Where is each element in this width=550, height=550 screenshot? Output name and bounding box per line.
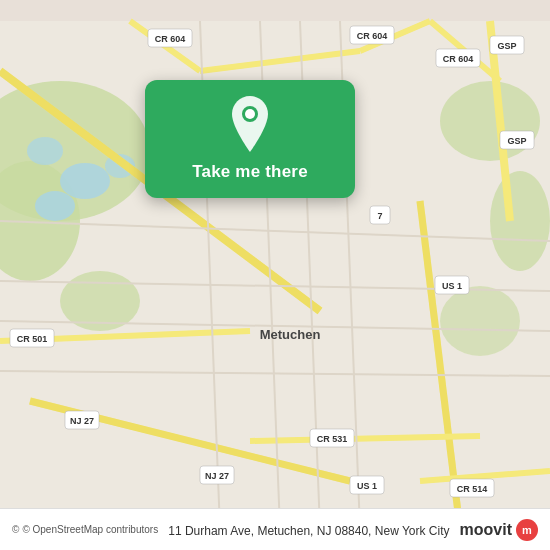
svg-text:CR 501: CR 501 — [17, 334, 48, 344]
copyright-symbol: © — [12, 524, 19, 535]
bottom-bar: © © OpenStreetMap contributors 11 Durham… — [0, 508, 550, 550]
svg-text:NJ 27: NJ 27 — [205, 471, 229, 481]
take-me-there-button[interactable]: Take me there — [192, 162, 308, 182]
attribution: © © OpenStreetMap contributors — [12, 524, 158, 535]
svg-text:CR 604: CR 604 — [443, 54, 474, 64]
address-section: 11 Durham Ave, Metuchen, NJ 08840, New Y… — [168, 521, 449, 539]
action-card: Take me there — [145, 80, 355, 198]
svg-text:CR 604: CR 604 — [155, 34, 186, 44]
location-pin-icon — [224, 98, 276, 150]
svg-point-10 — [27, 137, 63, 165]
moovit-logo-text: moovit — [460, 521, 512, 539]
svg-text:US 1: US 1 — [442, 281, 462, 291]
svg-point-8 — [35, 191, 75, 221]
svg-text:CR 604: CR 604 — [357, 31, 388, 41]
svg-point-61 — [245, 109, 255, 119]
attribution-text: © OpenStreetMap contributors — [22, 524, 158, 535]
moovit-logo-icon: m — [516, 519, 538, 541]
svg-point-6 — [440, 286, 520, 356]
moovit-logo: moovit m — [460, 519, 538, 541]
svg-text:GSP: GSP — [497, 41, 516, 51]
svg-text:Metuchen: Metuchen — [260, 327, 321, 342]
svg-text:CR 531: CR 531 — [317, 434, 348, 444]
svg-text:7: 7 — [377, 211, 382, 221]
svg-point-5 — [490, 171, 550, 271]
svg-text:GSP: GSP — [507, 136, 526, 146]
svg-text:NJ 27: NJ 27 — [70, 416, 94, 426]
map-container: CR 604 CR 604 CR 604 GSP GSP CR 501 NJ 2… — [0, 0, 550, 550]
svg-point-7 — [60, 163, 110, 199]
svg-text:CR 514: CR 514 — [457, 484, 488, 494]
address-text: 11 Durham Ave, Metuchen, NJ 08840, New Y… — [168, 524, 449, 538]
svg-text:US 1: US 1 — [357, 481, 377, 491]
